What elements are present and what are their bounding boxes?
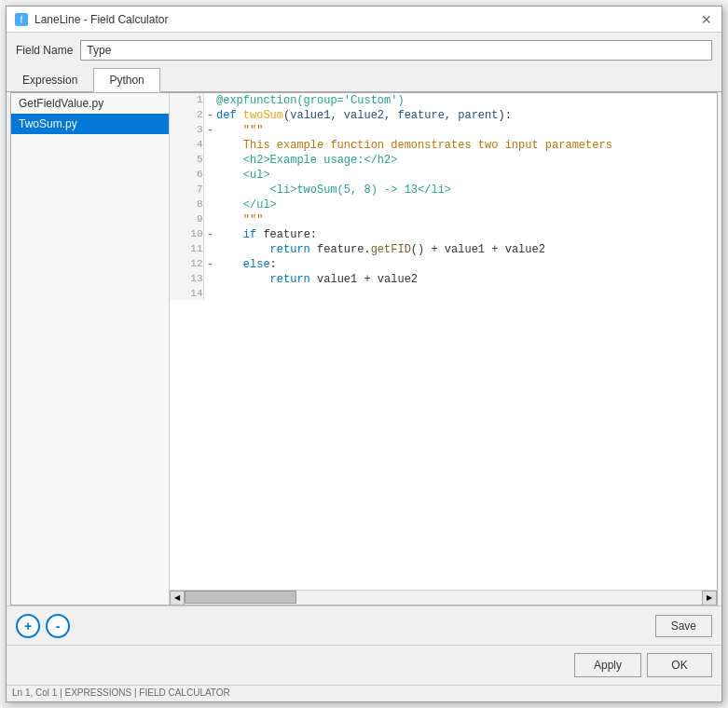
- table-row: 7 <li>twoSum(5, 8) -> 13</li>: [170, 183, 717, 197]
- table-row: 9 """: [170, 212, 717, 227]
- bottom-bar: + - Save: [7, 606, 721, 645]
- apply-button[interactable]: Apply: [574, 653, 641, 677]
- code-scroll[interactable]: 1 @expfunction(group='Custom') 2 - def t…: [170, 93, 717, 590]
- table-row: 5 <h2>Example usage:</h2>: [170, 153, 717, 168]
- table-row: 12 - else:: [170, 257, 717, 272]
- field-name-row: Field Name: [7, 33, 721, 68]
- tab-expression[interactable]: Expression: [7, 68, 93, 92]
- status-text: Ln 1, Col 1 | EXPRESSIONS | FIELD CALCUL…: [12, 688, 230, 698]
- title-bar: f LaneLine - Field Calculator ✕: [7, 7, 721, 33]
- file-list: GetFieldValue.py TwoSum.py: [11, 93, 170, 605]
- table-row: 3 - """: [170, 123, 717, 138]
- tab-python[interactable]: Python: [93, 68, 159, 92]
- file-item-twosum[interactable]: TwoSum.py: [11, 114, 169, 134]
- table-row: 8 </ul>: [170, 197, 717, 212]
- field-name-input[interactable]: [80, 40, 712, 61]
- scroll-right-arrow[interactable]: ▶: [702, 591, 717, 606]
- save-button[interactable]: Save: [655, 615, 712, 637]
- table-row: 1 @expfunction(group='Custom'): [170, 93, 717, 108]
- remove-file-button[interactable]: -: [46, 614, 70, 638]
- tabs-bar: Expression Python: [7, 68, 721, 92]
- scroll-track[interactable]: [185, 591, 702, 606]
- table-row: 2 - def twoSum(value1, value2, feature, …: [170, 108, 717, 123]
- close-button[interactable]: ✕: [699, 12, 714, 27]
- svg-text:f: f: [21, 15, 23, 25]
- table-row: 10 - if feature:: [170, 227, 717, 242]
- horizontal-scrollbar[interactable]: ◀ ▶: [170, 590, 717, 605]
- bottom-left: + -: [16, 614, 70, 638]
- field-name-label: Field Name: [16, 44, 73, 57]
- status-bar: Ln 1, Col 1 | EXPRESSIONS | FIELD CALCUL…: [7, 685, 721, 701]
- scroll-thumb[interactable]: [185, 591, 296, 604]
- file-item-getfieldvalue[interactable]: GetFieldValue.py: [11, 93, 169, 114]
- bottom-right: Save: [655, 615, 712, 637]
- window-title: LaneLine - Field Calculator: [34, 13, 168, 26]
- table-row: 11 return feature.getFID() + value1 + va…: [170, 242, 717, 257]
- main-content: GetFieldValue.py TwoSum.py 1 @expfunctio…: [10, 92, 718, 606]
- add-file-button[interactable]: +: [16, 614, 40, 638]
- table-row: 6 <ul>: [170, 168, 717, 183]
- action-bar: Apply OK: [7, 645, 721, 685]
- app-icon: f: [14, 12, 29, 27]
- table-row: 13 return value1 + value2: [170, 272, 717, 287]
- table-row: 4 This example function demonstrates two…: [170, 138, 717, 153]
- code-table: 1 @expfunction(group='Custom') 2 - def t…: [170, 93, 717, 300]
- ok-button[interactable]: OK: [647, 653, 712, 677]
- scroll-left-arrow[interactable]: ◀: [170, 591, 185, 606]
- code-area: 1 @expfunction(group='Custom') 2 - def t…: [170, 93, 717, 605]
- table-row: 14: [170, 287, 717, 300]
- main-window: f LaneLine - Field Calculator ✕ Field Na…: [6, 6, 722, 702]
